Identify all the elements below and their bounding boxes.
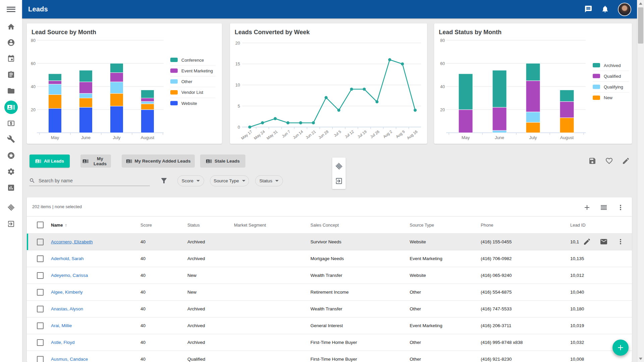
line-point[interactable] <box>401 62 404 65</box>
sidebar-item-favorites[interactable] <box>4 149 18 162</box>
scrollbar-thumb[interactable] <box>638 7 643 44</box>
search-input[interactable] <box>38 178 150 184</box>
bar-segment-vendor-list[interactable] <box>49 95 62 108</box>
table-row[interactable]: Anastas, Alyson40ArchivedWealth Transfer… <box>27 300 632 317</box>
exit-icon[interactable] <box>335 177 343 185</box>
legend-swatch[interactable] <box>170 68 178 73</box>
bar-segment-conference[interactable] <box>79 70 93 82</box>
notifications-bell-icon[interactable] <box>601 5 610 14</box>
line-point[interactable] <box>325 96 328 99</box>
bar-segment-event-marketing[interactable] <box>49 81 62 84</box>
column-header-status[interactable]: Status <box>187 223 234 228</box>
column-header-source-type[interactable]: Source Type <box>410 223 481 228</box>
filter-funnel-icon[interactable] <box>160 177 168 185</box>
bar-segment-conference[interactable] <box>110 63 123 73</box>
legend-swatch[interactable] <box>593 74 600 78</box>
legend-label[interactable]: Conference <box>181 58 204 63</box>
row-checkbox[interactable] <box>37 239 44 245</box>
legend-swatch[interactable] <box>170 101 178 105</box>
column-header-sales-concept[interactable]: Sales Concept <box>310 223 410 228</box>
bar-segment-event-marketing[interactable] <box>110 73 123 82</box>
bar-segment-website[interactable] <box>49 109 62 133</box>
row-checkbox[interactable] <box>37 255 44 262</box>
tab-stale-leads[interactable]: Stale Leads <box>200 155 245 168</box>
chat-icon[interactable] <box>584 5 593 14</box>
score-dropdown[interactable]: Score <box>177 175 204 186</box>
legend-label[interactable]: Archived <box>604 63 621 68</box>
legend-label[interactable]: Qualifying <box>604 84 623 89</box>
save-view-icon[interactable] <box>588 157 596 165</box>
bar-segment-conference[interactable] <box>49 74 62 81</box>
tab-all-leads[interactable]: All Leads <box>30 155 70 168</box>
sidebar-item-handshake[interactable] <box>4 201 18 214</box>
table-row[interactable]: Ausmus, Candace40QualifiedFirst-Time Hom… <box>27 351 632 362</box>
legend-label[interactable]: Vendor List <box>181 90 203 95</box>
table-row[interactable]: Accornero, Elizabeth40ArchivedSurvivor N… <box>27 233 632 250</box>
line-point[interactable] <box>414 109 417 112</box>
edit-view-icon[interactable] <box>622 157 630 165</box>
sidebar-item-documents[interactable] <box>4 84 18 98</box>
legend-label[interactable]: Qualified <box>604 74 621 79</box>
bar-segment-archived[interactable] <box>492 70 507 107</box>
table-row[interactable]: Astle, Floyd40ArchivedFirst-Time Home Bu… <box>27 334 632 351</box>
bar-segment-qualifying[interactable] <box>492 130 507 133</box>
bar-segment-vendor-list[interactable] <box>141 104 154 110</box>
bar-segment-website[interactable] <box>110 106 123 133</box>
bar-segment-conference[interactable] <box>141 90 154 98</box>
bar-segment-archived[interactable] <box>459 74 473 110</box>
bar-segment-vendor-list[interactable] <box>110 94 123 106</box>
line-point[interactable] <box>248 125 251 128</box>
line-point[interactable] <box>388 58 391 61</box>
user-avatar[interactable] <box>618 3 631 16</box>
column-header-market-segment[interactable]: Market Segment <box>234 223 310 228</box>
legend-swatch[interactable] <box>170 90 178 95</box>
list-view-icon[interactable] <box>600 203 608 212</box>
legend-label[interactable]: New <box>604 95 613 100</box>
lead-name-link[interactable]: Aderhold, Sarah <box>51 256 84 261</box>
add-lead-fab[interactable] <box>612 340 629 356</box>
bar-segment-event-marketing[interactable] <box>79 82 93 94</box>
tab-my-leads[interactable]: My Leads <box>80 155 111 168</box>
favorite-icon[interactable] <box>605 157 613 165</box>
bar-segment-other[interactable] <box>49 84 62 95</box>
bar-segment-other[interactable] <box>79 94 93 98</box>
table-row[interactable]: Arai, Millie40ArchivedGeneral InterestEv… <box>27 317 632 334</box>
row-email-icon[interactable] <box>600 238 608 246</box>
sidebar-item-contacts[interactable] <box>4 36 18 49</box>
column-header-phone[interactable]: Phone <box>481 223 570 228</box>
lead-name-link[interactable]: Accornero, Elizabeth <box>51 239 93 244</box>
legend-swatch[interactable] <box>170 58 178 62</box>
tab-my-recently-added-leads[interactable]: My Recently Added Leads <box>122 155 195 168</box>
row-checkbox[interactable] <box>37 289 44 296</box>
legend-label[interactable]: Website <box>181 101 197 106</box>
sidebar-item-exit[interactable] <box>4 217 18 231</box>
more-options-icon[interactable] <box>617 203 625 212</box>
bar-segment-website[interactable] <box>141 110 154 133</box>
column-header-lead-id[interactable]: Lead ID <box>570 223 632 228</box>
hamburger-menu-icon[interactable] <box>7 7 15 12</box>
sidebar-item-tools[interactable] <box>4 132 18 146</box>
lead-name-link[interactable]: Algee, Kimberly <box>51 290 83 295</box>
line-point[interactable] <box>274 117 277 120</box>
add-lead-icon[interactable] <box>583 203 591 212</box>
lead-name-link[interactable]: Anastas, Alyson <box>51 306 83 311</box>
status-dropdown[interactable]: Status <box>255 175 283 186</box>
legend-label[interactable]: Event Marketing <box>181 68 213 73</box>
line-point[interactable] <box>312 121 315 124</box>
scroll-up-button[interactable] <box>637 0 644 7</box>
sidebar-item-money[interactable] <box>4 117 18 130</box>
sidebar-item-calendar[interactable] <box>4 52 18 65</box>
bar-segment-qualified[interactable] <box>526 81 540 112</box>
bar-segment-archived[interactable] <box>560 90 574 102</box>
row-checkbox[interactable] <box>37 322 44 329</box>
handshake-icon[interactable] <box>335 162 343 170</box>
sidebar-item-settings[interactable] <box>4 165 18 178</box>
select-all-checkbox[interactable] <box>37 222 44 228</box>
bar-segment-vendor-list[interactable] <box>79 98 93 108</box>
bar-segment-archived[interactable] <box>526 63 540 81</box>
row-edit-icon[interactable] <box>583 238 591 246</box>
bar-segment-new[interactable] <box>560 118 574 133</box>
source-type-dropdown[interactable]: Source Type <box>210 175 249 186</box>
lead-name-link[interactable]: Astle, Floyd <box>51 340 75 345</box>
sidebar-item-leads-active[interactable] <box>4 101 18 114</box>
